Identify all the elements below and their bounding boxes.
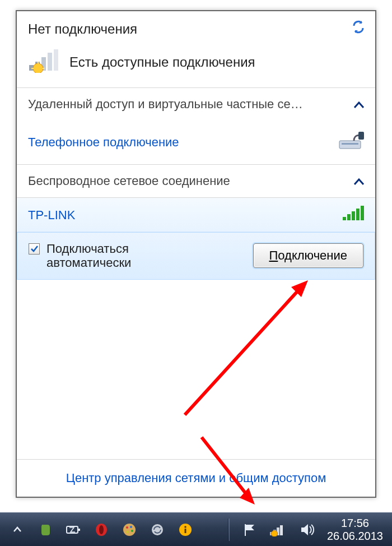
action-center-flag-icon[interactable]	[240, 520, 259, 539]
svg-rect-17	[361, 206, 364, 220]
network-tray-icon[interactable]	[269, 520, 288, 539]
taskbar-right: 17:56 26.06.2013	[228, 517, 386, 543]
taskbar-clock[interactable]: 17:56 26.06.2013	[327, 517, 386, 543]
checkbox-icon	[29, 243, 40, 255]
taskbar-left	[8, 520, 195, 539]
battery-icon[interactable]	[64, 520, 83, 539]
svg-rect-33	[185, 529, 186, 533]
taskbar: 17:56 26.06.2013	[0, 512, 392, 546]
tray-overflow-icon[interactable]	[8, 520, 27, 539]
connect-button-rest: одключение	[278, 248, 347, 262]
svg-point-30	[127, 531, 129, 533]
svg-rect-23	[78, 529, 80, 531]
chevron-up-icon	[354, 174, 364, 188]
svg-point-5	[33, 63, 43, 73]
signal-available-icon	[28, 49, 59, 75]
connection-status-title: Нет подключения	[28, 21, 364, 37]
auto-connect-label: Подключаться автоматически	[46, 242, 131, 270]
svg-point-39	[271, 530, 277, 536]
connect-button-accel: П	[269, 248, 278, 262]
empty-area	[17, 280, 375, 459]
tray-divider	[228, 519, 230, 541]
dialup-connection-item[interactable]: Телефонное подключение	[17, 121, 375, 164]
wireless-section-header[interactable]: Беспроводное сетевое соединение	[17, 164, 375, 197]
dialup-vpn-title: Удаленный доступ и виртуальные частные с…	[28, 97, 303, 112]
network-center-link[interactable]: Центр управления сетями и общим доступом	[17, 459, 375, 497]
svg-point-29	[131, 530, 133, 532]
connect-button[interactable]: Подключение	[253, 243, 364, 268]
svg-rect-16	[356, 209, 360, 220]
svg-rect-38	[280, 525, 283, 535]
available-connections-label: Есть доступные подключения	[69, 54, 255, 70]
evernote-icon[interactable]	[36, 520, 55, 539]
network-flyout: Нет подключения	[16, 10, 376, 498]
svg-rect-3	[48, 53, 52, 71]
svg-point-34	[184, 526, 186, 528]
dialup-vpn-section-header[interactable]: Удаленный доступ и виртуальные частные с…	[17, 87, 375, 121]
wifi-network-item[interactable]: TP-LINK	[17, 197, 375, 232]
svg-rect-13	[343, 217, 346, 220]
clock-time: 17:56	[327, 517, 383, 530]
signal-strength-icon	[343, 206, 364, 225]
svg-point-28	[130, 526, 132, 528]
svg-rect-11	[342, 143, 358, 145]
auto-connect-checkbox[interactable]: Подключаться автоматически	[29, 242, 131, 270]
network-center-label: Центр управления сетями и общим доступом	[66, 471, 326, 485]
clock-date: 26.06.2013	[327, 530, 383, 543]
chevron-up-icon	[354, 97, 364, 112]
svg-point-27	[126, 526, 128, 529]
opera-icon[interactable]	[92, 520, 111, 539]
flyout-header: Нет подключения	[17, 11, 375, 43]
modem-icon	[337, 129, 364, 155]
svg-rect-4	[54, 49, 58, 71]
volume-icon[interactable]	[298, 520, 317, 539]
available-connections-row: Есть доступные подключения	[17, 43, 375, 87]
svg-point-25	[99, 525, 104, 534]
info-icon[interactable]	[176, 520, 195, 539]
dialup-connection-label: Телефонное подключение	[28, 135, 179, 150]
svg-point-26	[123, 524, 136, 536]
svg-rect-14	[347, 214, 351, 220]
palette-icon[interactable]	[120, 520, 139, 539]
sync-icon[interactable]	[148, 520, 167, 539]
refresh-icon[interactable]	[352, 20, 365, 34]
wireless-section-title: Беспроводное сетевое соединение	[28, 174, 230, 188]
svg-rect-12	[358, 132, 364, 140]
svg-point-31	[152, 524, 163, 535]
svg-rect-15	[352, 211, 355, 220]
wifi-network-name: TP-LINK	[28, 208, 75, 223]
connect-panel: Подключаться автоматически Подключение	[17, 232, 375, 280]
